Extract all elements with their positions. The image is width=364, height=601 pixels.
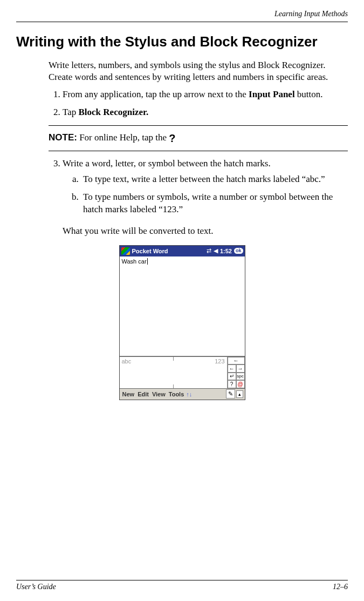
note-label: NOTE: bbox=[49, 132, 77, 143]
hatch-mark-bottom bbox=[173, 384, 174, 388]
help-icon: ? bbox=[169, 131, 175, 145]
backspace-button[interactable]: ← bbox=[228, 357, 245, 365]
input-help-button[interactable]: ? bbox=[228, 380, 236, 388]
arrow-right-button[interactable]: → bbox=[236, 364, 245, 373]
updown-icon[interactable]: ↑↓ bbox=[186, 391, 192, 397]
space-button[interactable]: spc bbox=[236, 373, 245, 381]
bottom-menubar: New Edit View Tools ↑↓ ✎ ▴ bbox=[120, 389, 245, 400]
side-buttons: ← ← → ↵ spc ? @ bbox=[228, 357, 245, 388]
start-flag-icon[interactable] bbox=[121, 247, 130, 255]
text-cursor bbox=[147, 258, 148, 265]
connectivity-icon[interactable]: ⇄ bbox=[207, 248, 211, 254]
menu-new[interactable]: New bbox=[121, 391, 136, 397]
chapter-title: Learning Input Methods bbox=[274, 10, 348, 18]
input-panel-button[interactable]: ✎ bbox=[226, 389, 235, 399]
footer-right: 12–6 bbox=[333, 583, 348, 591]
substeps: To type text, write a letter between the… bbox=[63, 173, 348, 216]
enter-button[interactable]: ↵ bbox=[228, 373, 236, 381]
note-text: For online Help, tap the bbox=[77, 132, 169, 143]
menu-edit[interactable]: Edit bbox=[136, 391, 150, 397]
num-zone-label: 123 bbox=[215, 358, 224, 364]
note-block: NOTE: For online Help, tap the ? bbox=[49, 125, 348, 151]
symbol-button[interactable]: @ bbox=[236, 380, 245, 388]
document-area[interactable]: Wash car bbox=[120, 256, 245, 356]
writing-zone[interactable]: abc 123 bbox=[120, 357, 228, 388]
app-title: Pocket Word bbox=[132, 248, 168, 254]
abc-zone-label: abc bbox=[122, 358, 132, 364]
sound-icon[interactable]: ◀ bbox=[214, 248, 218, 254]
menu-view[interactable]: View bbox=[151, 391, 167, 397]
steps-list-continued: Write a word, letter, or symbol between … bbox=[49, 158, 348, 216]
device-screenshot: Pocket Word ⇄ ◀ 1:52 ok Wash car abc 123… bbox=[119, 245, 245, 400]
steps-list: From any application, tap the up arrow n… bbox=[49, 89, 348, 119]
arrow-left-button[interactable]: ← bbox=[228, 364, 236, 373]
step-3: Write a word, letter, or symbol between … bbox=[63, 158, 348, 216]
ok-button[interactable]: ok bbox=[234, 248, 243, 254]
input-panel: abc 123 ← ← → ↵ spc ? @ bbox=[120, 356, 245, 389]
footer-left: User’s Guide bbox=[16, 583, 56, 591]
input-panel-arrow[interactable]: ▴ bbox=[236, 390, 243, 398]
closing-paragraph: What you write will be converted to text… bbox=[63, 225, 348, 238]
intro-paragraph: Write letters, numbers, and symbols usin… bbox=[49, 59, 348, 83]
page-footer: User’s Guide 12–6 bbox=[16, 580, 348, 591]
document-text: Wash car bbox=[122, 258, 147, 265]
section-heading: Writing with the Stylus and Block Recogn… bbox=[16, 34, 348, 50]
menu-tools[interactable]: Tools bbox=[168, 391, 186, 397]
hatch-mark-top bbox=[173, 357, 174, 361]
step-3a: To type text, write a letter between the… bbox=[81, 173, 348, 186]
step-2: Tap Block Recognizer. bbox=[63, 106, 348, 119]
clock[interactable]: 1:52 bbox=[220, 248, 232, 254]
step-1: From any application, tap the up arrow n… bbox=[63, 89, 348, 101]
titlebar: Pocket Word ⇄ ◀ 1:52 ok bbox=[120, 246, 245, 256]
step-3b: To type numbers or symbols, write a numb… bbox=[81, 191, 348, 216]
page-header: Learning Input Methods bbox=[16, 10, 348, 22]
